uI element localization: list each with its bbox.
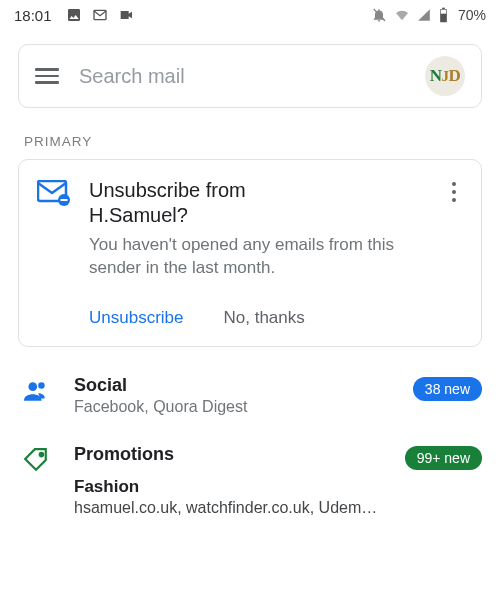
svg-rect-2 <box>442 8 445 10</box>
section-primary: PRIMARY <box>24 134 480 149</box>
unsubscribe-button[interactable]: Unsubscribe <box>89 308 184 328</box>
unsubscribe-card: Unsubscribe fromH.Samuel? You haven't op… <box>18 159 482 347</box>
image-icon <box>66 7 82 23</box>
battery-icon <box>438 7 449 23</box>
avatar[interactable]: NJD <box>425 56 465 96</box>
signal-icon <box>417 7 431 23</box>
search-bar[interactable]: Search mail NJD <box>18 44 482 108</box>
menu-icon[interactable] <box>35 64 59 88</box>
social-badge: 38 new <box>413 377 482 401</box>
svg-point-9 <box>40 453 43 456</box>
dnd-icon <box>371 7 387 23</box>
category-promotions[interactable]: Promotions Fashion hsamuel.co.uk, watchf… <box>0 430 500 517</box>
more-icon[interactable] <box>445 182 463 328</box>
wifi-icon <box>394 7 410 23</box>
promotions-icon <box>20 447 52 473</box>
promotions-senders: hsamuel.co.uk, watchfinder.co.uk, Udemy,… <box>74 499 383 517</box>
category-social[interactable]: Social Facebook, Quora Digest 38 new <box>0 361 500 416</box>
unsubscribe-mail-icon <box>37 180 71 328</box>
unsubscribe-body: You haven't opened any emails from this … <box>89 234 427 280</box>
svg-point-8 <box>38 382 44 389</box>
battery-pct: 70% <box>458 7 486 23</box>
svg-point-7 <box>28 382 37 391</box>
search-input[interactable]: Search mail <box>79 65 405 88</box>
promotions-title: Promotions <box>74 444 383 465</box>
promotions-section: Fashion <box>74 477 383 497</box>
status-bar: 18:01 70% <box>0 0 500 30</box>
gmail-icon <box>92 7 108 23</box>
social-title: Social <box>74 375 391 396</box>
status-time: 18:01 <box>14 7 52 24</box>
video-icon <box>118 7 134 23</box>
promotions-badge: 99+ new <box>405 446 482 470</box>
social-icon <box>20 378 52 404</box>
no-thanks-button[interactable]: No, thanks <box>224 308 305 328</box>
svg-rect-6 <box>61 199 68 201</box>
unsubscribe-title: Unsubscribe fromH.Samuel? <box>89 178 427 228</box>
social-senders: Facebook, Quora Digest <box>74 398 391 416</box>
svg-rect-3 <box>441 10 446 14</box>
